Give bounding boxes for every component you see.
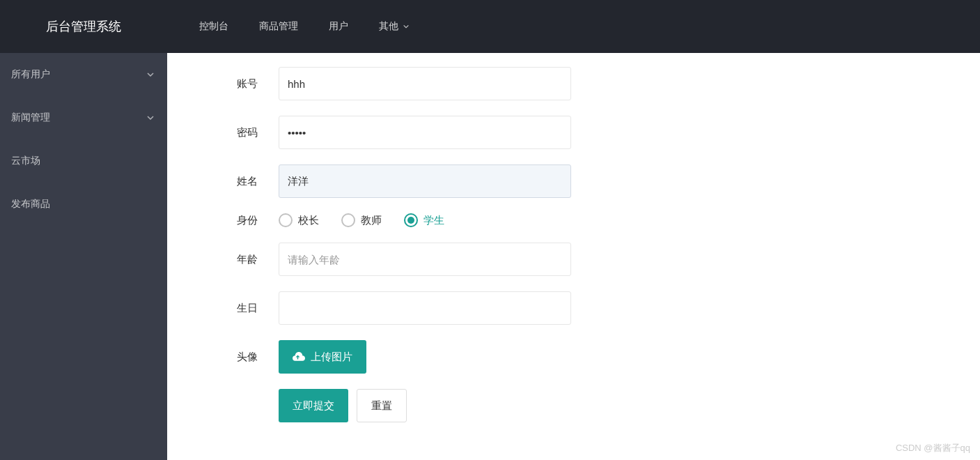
age-label: 年龄 bbox=[237, 253, 279, 266]
sidebar-item-label: 新闻管理 bbox=[11, 112, 50, 124]
sidebar-item-all-users[interactable]: 所有用户 bbox=[0, 53, 167, 96]
sidebar-item-publish-product[interactable]: 发布商品 bbox=[0, 183, 167, 226]
radio-teacher[interactable]: 教师 bbox=[341, 213, 382, 227]
topnav-item-users[interactable]: 用户 bbox=[313, 0, 364, 53]
submit-button-label: 立即提交 bbox=[293, 399, 334, 413]
form-row-avatar: 头像 上传图片 bbox=[237, 340, 980, 374]
topnav-item-label: 控制台 bbox=[199, 20, 228, 33]
sidebar-item-label: 发布商品 bbox=[11, 198, 50, 210]
radio-label: 校长 bbox=[298, 214, 319, 227]
chevron-down-icon bbox=[145, 112, 156, 123]
cloud-upload-icon bbox=[293, 351, 305, 363]
form-row-birthday: 生日 bbox=[237, 291, 980, 325]
password-label: 密码 bbox=[237, 126, 279, 139]
form-row-actions: 立即提交 重置 bbox=[237, 389, 980, 422]
form-row-password: 密码 bbox=[237, 116, 980, 149]
main: 控制台 商品管理 用户 其他 账号 bbox=[167, 0, 980, 460]
role-radio-group: 校长 教师 学生 bbox=[279, 213, 444, 227]
content: 账号 密码 姓名 bbox=[167, 53, 980, 460]
sidebar-item-label: 云市场 bbox=[11, 155, 40, 167]
upload-button-label: 上传图片 bbox=[311, 351, 352, 364]
topnav-item-other[interactable]: 其他 bbox=[364, 0, 425, 53]
name-input[interactable] bbox=[279, 164, 571, 198]
top-nav: 控制台 商品管理 用户 其他 bbox=[184, 0, 425, 53]
radio-student[interactable]: 学生 bbox=[404, 213, 444, 227]
side-menu: 所有用户 新闻管理 云市场 发布商品 bbox=[0, 53, 167, 226]
avatar-label: 头像 bbox=[237, 351, 279, 364]
user-form: 账号 密码 姓名 bbox=[167, 67, 980, 422]
radio-icon bbox=[341, 213, 355, 227]
form-row-account: 账号 bbox=[237, 67, 980, 100]
reset-button-label: 重置 bbox=[371, 399, 392, 413]
role-label: 身份 bbox=[237, 214, 279, 227]
topnav-item-label: 商品管理 bbox=[259, 20, 298, 33]
name-label: 姓名 bbox=[237, 175, 279, 188]
account-input[interactable] bbox=[279, 67, 571, 100]
sidebar: 后台管理系统 所有用户 新闻管理 云市场 发布商品 bbox=[0, 0, 167, 460]
watermark: CSDN @酱酱子qq bbox=[896, 442, 970, 454]
sidebar-item-cloud-market[interactable]: 云市场 bbox=[0, 139, 167, 183]
sidebar-item-news[interactable]: 新闻管理 bbox=[0, 96, 167, 139]
password-input[interactable] bbox=[279, 116, 571, 149]
form-row-name: 姓名 bbox=[237, 164, 980, 198]
radio-label: 教师 bbox=[361, 214, 382, 227]
birthday-label: 生日 bbox=[237, 302, 279, 315]
upload-button[interactable]: 上传图片 bbox=[279, 340, 366, 374]
radio-label: 学生 bbox=[423, 214, 444, 227]
radio-icon bbox=[279, 213, 293, 227]
radio-principal[interactable]: 校长 bbox=[279, 213, 319, 227]
age-input[interactable] bbox=[279, 243, 571, 276]
topbar: 控制台 商品管理 用户 其他 bbox=[167, 0, 980, 53]
form-row-role: 身份 校长 教师 学生 bbox=[237, 213, 980, 227]
app-logo: 后台管理系统 bbox=[0, 0, 167, 53]
birthday-input[interactable] bbox=[279, 291, 571, 325]
account-label: 账号 bbox=[237, 77, 279, 91]
chevron-down-icon bbox=[403, 21, 410, 32]
topnav-item-label: 其他 bbox=[379, 20, 398, 33]
topnav-item-products[interactable]: 商品管理 bbox=[244, 0, 313, 53]
form-row-age: 年龄 bbox=[237, 243, 980, 276]
chevron-down-icon bbox=[145, 69, 156, 80]
topnav-item-console[interactable]: 控制台 bbox=[184, 0, 244, 53]
submit-button[interactable]: 立即提交 bbox=[279, 389, 348, 422]
reset-button[interactable]: 重置 bbox=[357, 389, 407, 422]
sidebar-item-label: 所有用户 bbox=[11, 68, 50, 81]
topnav-item-label: 用户 bbox=[329, 20, 348, 33]
radio-icon bbox=[404, 213, 418, 227]
